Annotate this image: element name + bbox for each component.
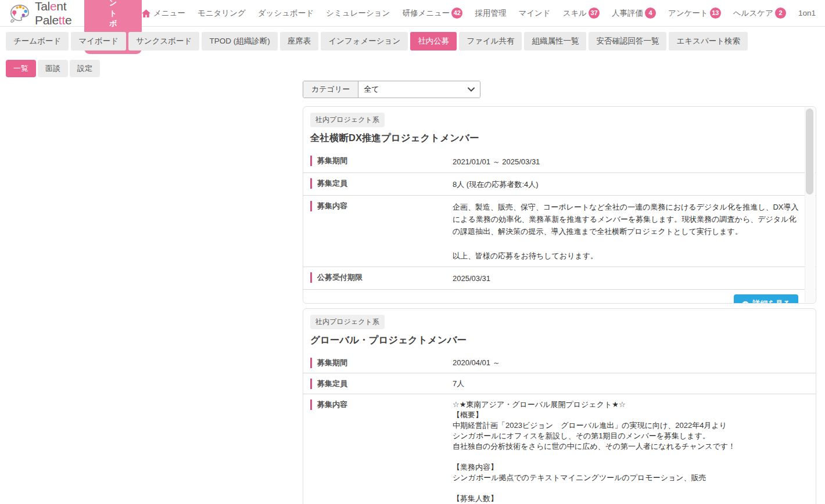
detail-button-label: 詳細を見る	[752, 298, 791, 304]
job-posting-card: 社内プロジェクト系 全社横断DX推進プロジェクトメンバー 募集期間 2021/0…	[303, 106, 816, 304]
category-filter-label: カテゴリー	[303, 81, 358, 98]
row-value: 8人 (現在の応募者数:4人)	[453, 178, 799, 190]
row-value: 7人	[453, 379, 799, 389]
main-nav-item-label: 人事評価	[612, 8, 643, 19]
main-nav-item[interactable]: ダッシュボード	[258, 8, 314, 19]
category-filter: カテゴリー 全て	[303, 81, 480, 98]
main-nav-item[interactable]: アンケート 13	[668, 8, 721, 19]
category-select[interactable]: 全て	[358, 81, 480, 98]
notification-badge: 13	[710, 8, 721, 19]
notification-badge: 2	[775, 8, 786, 19]
main-nav-item[interactable]: メニュー	[142, 8, 185, 19]
chevron-down-icon	[468, 87, 475, 92]
card-row: 公募受付期限 2025/03/31	[303, 267, 816, 290]
subnav-item[interactable]: 社内公募	[410, 32, 457, 51]
row-value: 企画、製造、販売、保守、コーポレートなど全社の一連の業務におけるデジタル化を推進…	[453, 201, 799, 262]
logo-text-part: Tal	[35, 0, 50, 13]
main-nav-item-label: モニタリング	[198, 8, 246, 19]
main-nav-item[interactable]: スキル 37	[563, 8, 600, 19]
main-nav: メニュー モニタリング ダッシュボード シミュレーション 研修メニュー 42	[142, 8, 816, 19]
detail-button[interactable]: 詳細を見る	[734, 294, 798, 304]
main-nav-item[interactable]: 採用管理	[475, 8, 506, 19]
main-nav-item[interactable]: 研修メニュー 42	[402, 8, 462, 19]
card-row: 募集内容 企画、製造、販売、保守、コーポレートなど全社の一連の業務におけるデジタ…	[303, 196, 816, 267]
row-label: 募集内容	[310, 201, 453, 211]
main-nav-item-label: スキル	[563, 8, 587, 19]
palette-logo-icon	[9, 4, 30, 23]
main-nav-item-label: 1on1	[798, 9, 816, 17]
main-nav-item-label: マインド	[518, 8, 550, 19]
main-nav-item[interactable]: 人事評価 4	[612, 8, 656, 19]
notification-badge: 4	[645, 8, 656, 19]
subnav-item[interactable]: チームボード	[6, 32, 69, 51]
notification-badge: 37	[589, 8, 600, 19]
logo-text-part: tt	[59, 13, 65, 27]
view-tabs: 一覧 面談 設定	[6, 60, 825, 77]
view-tab[interactable]: 面談	[38, 60, 68, 77]
row-label: 募集期間	[310, 156, 453, 166]
view-tab[interactable]: 設定	[70, 60, 100, 77]
main-nav-item[interactable]: マインド	[518, 8, 550, 19]
row-label: 募集定員	[310, 178, 453, 189]
topbar: Talent Palette タレントボード メニュー モニタリング ダッシュボ…	[0, 0, 825, 27]
main-nav-item[interactable]: シミュレーション	[326, 8, 390, 19]
subnav-item[interactable]: マイボード	[71, 32, 126, 51]
subnav-item[interactable]: インフォメーション	[321, 32, 408, 51]
logo-text-part: e	[50, 0, 56, 13]
view-tab[interactable]: 一覧	[6, 60, 36, 77]
card-row: 募集期間 2020/04/01 ～	[303, 352, 816, 373]
row-value: 2020/04/01 ～	[453, 358, 799, 368]
posting-rows: 募集期間 2021/01/01 ～ 2025/03/31 募集定員 8人 (現在…	[303, 150, 816, 290]
card-row: 募集定員 7人	[303, 373, 816, 394]
card-row: 募集定員 8人 (現在の応募者数:4人)	[303, 173, 816, 196]
main-nav-item[interactable]: モニタリング	[198, 8, 246, 19]
main-nav-item-label: ダッシュボード	[258, 8, 314, 19]
row-label: 募集期間	[310, 358, 453, 368]
main-nav-item[interactable]: 1on1	[798, 9, 816, 17]
posting-rows: 募集期間 2020/04/01 ～ 募集定員 7人 募集内容 ☆★東南アジア・グ…	[303, 352, 816, 504]
logo-text-part: e	[65, 13, 71, 27]
main-nav-item-label: アンケート	[668, 8, 708, 19]
main-nav-item-label: メニュー	[153, 8, 185, 19]
subnav-item[interactable]: 座席表	[280, 32, 319, 51]
subnav-item[interactable]: 組織属性一覧	[524, 32, 586, 51]
subnav-item[interactable]: TPOD (組織診断)	[202, 32, 277, 51]
category-tag: 社内プロジェクト系	[310, 113, 385, 127]
posting-title: 全社横断DX推進プロジェクトメンバー	[310, 132, 816, 145]
app-logo[interactable]: Talent Palette	[9, 0, 71, 27]
main-nav-item-label: 研修メニュー	[402, 8, 450, 19]
notification-badge: 42	[451, 8, 462, 19]
card-scrollbar-thumb[interactable]	[806, 109, 813, 195]
subnav-item[interactable]: サンクスボード	[128, 32, 199, 51]
job-postings-list: 社内プロジェクト系 全社横断DX推進プロジェクトメンバー 募集期間 2021/0…	[303, 106, 816, 504]
subnav-item[interactable]: 安否確認回答一覧	[589, 32, 666, 51]
card-scrollbar-track[interactable]	[805, 107, 815, 303]
row-value: ☆★東南アジア・グローバル展開プロジェクト★☆ 【概要】 中期経営計画「2023…	[453, 399, 799, 504]
subnav-item[interactable]: エキスパート検索	[669, 32, 748, 51]
main-nav-item-label: 採用管理	[475, 8, 506, 19]
subnav-item[interactable]: ファイル共有	[459, 32, 522, 51]
home-icon	[142, 9, 150, 17]
row-label: 公募受付期限	[310, 272, 453, 283]
row-label: 募集内容	[310, 399, 453, 410]
row-value: 2025/03/31	[453, 272, 799, 285]
category-tag: 社内プロジェクト系	[310, 315, 385, 329]
main-nav-item-label: ヘルスケア	[733, 8, 773, 19]
card-row: 募集期間 2021/01/01 ～ 2025/03/31	[303, 150, 816, 173]
logo-text: Talent Palette	[35, 0, 71, 27]
card-footer: 詳細を見る	[303, 290, 816, 304]
row-value: 2021/01/01 ～ 2025/03/31	[453, 156, 799, 168]
main-nav-item[interactable]: ヘルスケア 2	[733, 8, 786, 19]
row-label: 募集定員	[310, 379, 453, 389]
category-select-value: 全て	[364, 84, 379, 95]
eye-icon	[741, 300, 749, 304]
main-content: カテゴリー 全て 社内プロジェクト系 全社横断DX推進プロジェクトメンバー 募集…	[303, 77, 816, 504]
posting-title: グローバル・プロジェクトメンバー	[310, 334, 816, 347]
main-nav-item-label: シミュレーション	[326, 8, 390, 19]
card-row: 募集内容 ☆★東南アジア・グローバル展開プロジェクト★☆ 【概要】 中期経営計画…	[303, 394, 816, 504]
job-posting-card: 社内プロジェクト系 グローバル・プロジェクトメンバー 募集期間 2020/04/…	[303, 308, 816, 504]
